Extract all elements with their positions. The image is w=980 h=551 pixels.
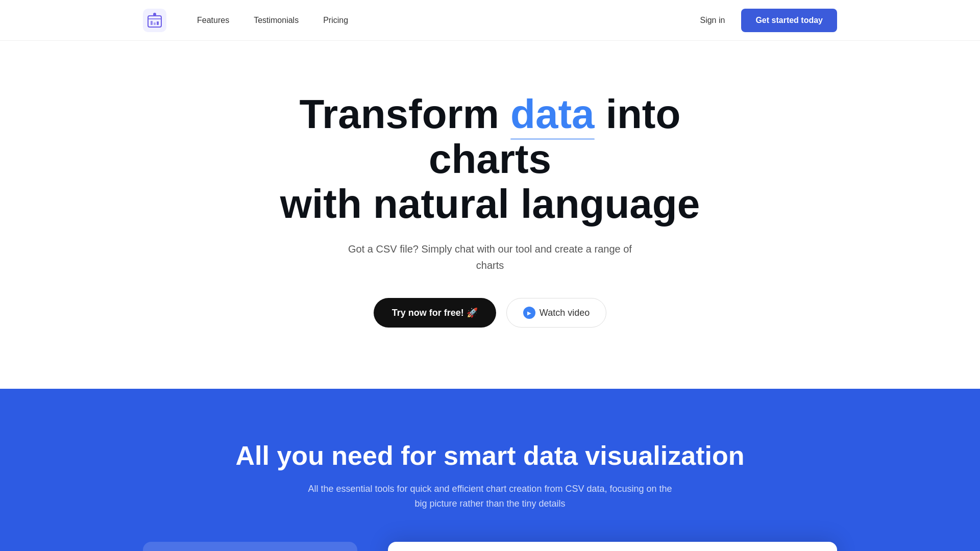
hero-title-part1: Transform — [300, 91, 510, 137]
svg-rect-6 — [154, 22, 156, 25]
nav-features[interactable]: Features — [197, 16, 229, 25]
hero-title: Transform data into charts with natural … — [260, 92, 720, 227]
try-free-button[interactable]: Try now for free! 🚀 — [374, 298, 496, 328]
svg-rect-5 — [151, 21, 153, 25]
svg-rect-7 — [157, 21, 159, 25]
features-list: Intuitive Natural Language No need for c… — [143, 542, 357, 551]
hero-title-highlight: data — [510, 92, 595, 137]
features-subtitle: All the essential tools for quick and ef… — [306, 482, 674, 511]
svg-rect-0 — [143, 9, 166, 32]
logo[interactable] — [143, 9, 166, 32]
watch-video-label: Watch video — [540, 308, 590, 318]
nav-links: Features Testimonials Pricing — [197, 16, 700, 25]
sign-in-button[interactable]: Sign in — [700, 16, 725, 25]
feature-card-natural-language: Intuitive Natural Language No need for c… — [143, 542, 357, 551]
nav-pricing[interactable]: Pricing — [323, 16, 348, 25]
hero-buttons: Try now for free! 🚀 ▶ Watch video — [374, 298, 606, 328]
features-section: All you need for smart data visualizatio… — [0, 389, 980, 551]
navbar: Features Testimonials Pricing Sign in Ge… — [0, 0, 980, 41]
app-preview: 📁 Upload a file Ask to build some kind o… — [388, 542, 837, 551]
hero-title-line2: with natural language — [280, 181, 700, 227]
get-started-button[interactable]: Get started today — [741, 9, 837, 32]
features-title: All you need for smart data visualizatio… — [143, 440, 837, 471]
watch-video-button[interactable]: ▶ Watch video — [506, 298, 606, 328]
nav-testimonials[interactable]: Testimonials — [254, 16, 299, 25]
nav-right: Sign in Get started today — [700, 9, 837, 32]
hero-subtitle: Got a CSV file? Simply chat with our too… — [337, 241, 643, 273]
hero-section: Transform data into charts with natural … — [0, 41, 980, 389]
features-header: All you need for smart data visualizatio… — [143, 440, 837, 511]
features-content: Intuitive Natural Language No need for c… — [143, 542, 837, 551]
play-icon: ▶ — [523, 307, 535, 319]
